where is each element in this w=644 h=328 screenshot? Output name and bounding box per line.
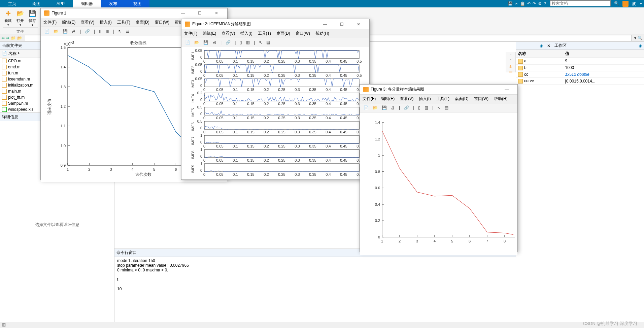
redo-icon[interactable]: ↷ <box>533 1 536 6</box>
layout2-icon[interactable]: ▥ <box>423 105 429 111</box>
search-icon[interactable]: 🔍 <box>612 0 621 7</box>
fig-menu-item[interactable]: 帮助(H) <box>315 31 329 36</box>
new-fig-icon[interactable]: 📄 <box>363 105 370 111</box>
layout2-icon[interactable]: ▥ <box>104 28 110 34</box>
cut-icon[interactable]: ✂ <box>515 1 518 6</box>
target-icon[interactable]: ◉ <box>540 43 543 48</box>
tab-home[interactable]: 主页 <box>0 0 24 7</box>
user-avatar[interactable] <box>622 1 629 7</box>
print-icon[interactable]: 🖨 <box>211 39 217 45</box>
brush-icon[interactable]: ▤ <box>265 39 271 45</box>
search-input[interactable] <box>550 0 611 6</box>
close-panel-icon[interactable]: ✕ <box>545 43 552 48</box>
tab-view[interactable]: 视图 <box>125 0 149 7</box>
tab-publish[interactable]: 发布 <box>101 0 125 7</box>
print-icon[interactable]: 🖨 <box>71 28 77 34</box>
fig-menu-item[interactable]: 窗口(W) <box>155 20 169 25</box>
layout2-icon[interactable]: ▥ <box>245 39 251 45</box>
tab-editor[interactable]: 编辑器 <box>73 0 101 7</box>
close-icon[interactable]: ✕ <box>351 22 366 27</box>
copy-icon[interactable]: 📋 <box>520 1 525 6</box>
brush-icon[interactable]: ▤ <box>444 105 449 111</box>
pointer-icon[interactable]: ↖ <box>117 28 123 34</box>
brush-icon[interactable]: ▤ <box>125 28 130 34</box>
fig-menu-item[interactable]: 查看(V) <box>400 96 413 102</box>
link-icon[interactable]: 🔗 <box>225 39 232 45</box>
save-fig-icon[interactable]: 💾 <box>62 28 69 34</box>
fig-menu-item[interactable]: 编辑(E) <box>62 20 75 25</box>
path-dropdown-icon[interactable]: ▾ <box>634 36 636 40</box>
fig-menu-item[interactable]: 桌面(D) <box>276 31 290 36</box>
fig-menu-item[interactable]: 文件(F) <box>363 96 376 102</box>
maximize-icon[interactable]: ☐ <box>192 11 207 15</box>
tab-plot[interactable]: 绘图 <box>24 0 48 7</box>
figure-3-window[interactable]: Figure 3: 各分量样本熵结果图 — 文件(F)编辑(E)查看(V)插入(… <box>360 84 518 252</box>
fig-menu-item[interactable]: 工具(T) <box>436 96 449 102</box>
save-icon[interactable]: 💾 <box>508 1 513 6</box>
minimize-icon[interactable]: — <box>175 11 190 15</box>
settings-icon[interactable]: ⚙ <box>538 1 542 6</box>
open-fig-icon[interactable]: 📂 <box>53 28 60 34</box>
ws-row[interactable]: curve[0.0015,0.0014... <box>516 78 644 85</box>
fig-menu-item[interactable]: 插入(I) <box>240 31 252 36</box>
fig-menu-item[interactable]: 窗口(W) <box>296 31 310 36</box>
command-window[interactable]: mode 1, iteration 150stop parameter mean… <box>114 257 516 321</box>
fig-menu-item[interactable]: 工具(T) <box>258 31 271 36</box>
save-button[interactable]: 💾保存▾ <box>27 9 38 27</box>
fig-menu-item[interactable]: 文件(F) <box>184 31 197 36</box>
save-fig-icon[interactable]: 💾 <box>381 105 388 111</box>
maximize-icon[interactable]: ☐ <box>334 22 349 27</box>
fig-menu-item[interactable]: 帮助(H) <box>494 96 508 102</box>
tab-app[interactable]: APP <box>48 0 73 7</box>
open-fig-icon[interactable]: 📂 <box>193 39 200 45</box>
save-fig-icon[interactable]: 💾 <box>202 39 209 45</box>
pointer-icon[interactable]: ↖ <box>258 39 263 45</box>
link-icon[interactable]: 🔗 <box>403 105 410 111</box>
chevron-up-icon[interactable]: ˆ <box>510 54 511 58</box>
fig-menu-item[interactable]: 文件(F) <box>43 20 57 25</box>
ws-col-value[interactable]: 值 <box>563 50 644 58</box>
back-icon[interactable]: ⬅ <box>1 36 5 40</box>
ws-row[interactable]: b1000 <box>516 64 644 71</box>
user-label[interactable]: 波 <box>630 0 638 7</box>
layout1-icon[interactable]: ▯ <box>98 28 102 34</box>
chevron-down-icon[interactable]: ˇ <box>510 59 511 64</box>
new-fig-icon[interactable]: 📄 <box>43 28 50 34</box>
layout1-icon[interactable]: ▯ <box>417 105 421 111</box>
fig-menu-item[interactable]: 桌面(D) <box>455 96 469 102</box>
svg-text:1: 1 <box>200 147 202 152</box>
target-icon-2[interactable]: ◉ <box>639 43 642 48</box>
ws-row[interactable]: cc1x512 double <box>516 71 644 78</box>
fig-menu-item[interactable]: 查看(V) <box>81 20 94 25</box>
fig-menu-item[interactable]: 编辑(E) <box>203 31 216 36</box>
ws-col-name[interactable]: 名称 <box>516 50 563 58</box>
undo-icon[interactable]: ↶ <box>527 1 531 6</box>
link-icon[interactable]: 🔗 <box>84 28 91 34</box>
close-icon[interactable]: ✕ <box>209 11 224 15</box>
fig-menu-item[interactable]: 插入(I) <box>100 20 111 25</box>
fig-menu-item[interactable]: 工具(T) <box>117 20 130 25</box>
pointer-icon[interactable]: ↖ <box>436 105 442 111</box>
minimize-icon[interactable]: — <box>317 22 332 27</box>
ws-row[interactable]: a9 <box>516 58 644 65</box>
help-icon[interactable]: ? <box>544 1 546 6</box>
open-button[interactable]: 📂打开▾ <box>15 9 26 27</box>
warning-icon[interactable]: ⚠ <box>509 64 512 69</box>
fig-menu-item[interactable]: 桌面(D) <box>136 20 149 25</box>
new-fig-icon[interactable]: 📄 <box>184 39 191 45</box>
browse-icon[interactable]: 📂 <box>17 36 22 40</box>
fig-menu-item[interactable]: 插入(I) <box>419 96 431 102</box>
search-folder-icon[interactable]: 🔍 <box>638 36 643 40</box>
open-fig-icon[interactable]: 📂 <box>372 105 379 111</box>
layout1-icon[interactable]: ▯ <box>239 39 243 45</box>
figure-2-window[interactable]: Figure 2: ICEEMDAN分解结果图 — ☐ ✕ 文件(F)编辑(E)… <box>181 19 370 180</box>
forward-icon[interactable]: ➡ <box>6 36 9 40</box>
fig-menu-item[interactable]: 窗口(W) <box>474 96 488 102</box>
up-folder-icon[interactable]: 📁 <box>11 36 16 40</box>
minimize-icon[interactable]: — <box>499 87 514 92</box>
fig-menu-item[interactable]: 编辑(E) <box>381 96 395 102</box>
user-dropdown-icon[interactable]: ▾ <box>638 0 644 7</box>
new-button[interactable]: ✚新建▾ <box>3 9 13 27</box>
fig-menu-item[interactable]: 查看(V) <box>222 31 235 36</box>
print-icon[interactable]: 🖨 <box>390 105 396 111</box>
